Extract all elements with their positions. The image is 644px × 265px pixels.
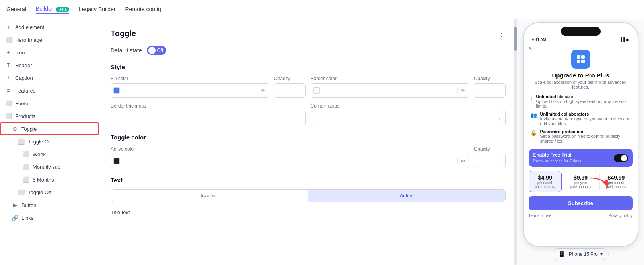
fill-color-box <box>113 87 120 94</box>
default-state-label: Default state <box>111 47 142 54</box>
chevron-down-icon: ▾ <box>600 251 603 257</box>
products-icon: ⬜ <box>5 112 12 120</box>
active-eyedropper-icon[interactable]: ✏ <box>457 158 469 164</box>
border-thickness-input[interactable]: 0 <box>111 111 306 125</box>
upgrade-title: Upgrade to Pro Plus <box>524 72 638 79</box>
plus-icon: + <box>5 23 12 31</box>
sidebar-item-button[interactable]: ▶ Button <box>0 199 99 211</box>
price-amount-1: $4.99 <box>531 174 559 181</box>
price-card-1[interactable]: $4.99 per monthpaid monthly <box>529 171 562 192</box>
active-color-text[interactable]: #212121 <box>122 158 457 164</box>
price-desc-2: per yearpaid annually <box>567 181 594 189</box>
border-opacity-input[interactable]: 100 <box>474 83 506 98</box>
users-icon: 👥 <box>530 112 537 118</box>
sidebar: + Add element ⬜ Hero Image ✦ Icon T Head… <box>0 19 99 265</box>
fill-color-label: Fill color <box>111 76 269 81</box>
price-desc-3: per monthpaid monthly <box>602 181 630 189</box>
sidebar-item-caption[interactable]: T Caption <box>0 72 99 84</box>
border-eyedropper-icon[interactable]: ✏ <box>457 87 469 94</box>
active-color-label: Active color <box>111 146 469 152</box>
price-amount-3: $49.99 <box>602 174 630 181</box>
sidebar-item-monthly-sub[interactable]: ⬜ Monthly sub <box>0 161 99 173</box>
phone-time: 9:41 AM <box>532 37 547 42</box>
border-color-group: Border color #ffffff ✏ <box>311 76 469 98</box>
device-label: iPhone 15 Pro <box>568 251 598 257</box>
fill-opacity-group: Opacity 100 <box>274 76 306 98</box>
svg-rect-1 <box>581 55 585 59</box>
svg-rect-3 <box>581 60 585 63</box>
sidebar-item-links[interactable]: 🔗 Links <box>0 211 99 224</box>
beta-badge: Beta <box>56 7 69 12</box>
text-section: Text Inactive Active Title text <box>111 177 506 215</box>
close-icon[interactable]: × <box>529 45 532 52</box>
svg-rect-2 <box>577 60 580 63</box>
free-trial-toggle-row[interactable]: Enable Free Trial Premium access for 7 d… <box>529 149 633 167</box>
price-card-2[interactable]: $9.99 per yearpaid annually <box>564 171 597 192</box>
text-tabs: Inactive Active <box>111 189 506 202</box>
tab-inactive[interactable]: Inactive <box>111 190 308 202</box>
price-amount-2: $9.99 <box>567 174 594 181</box>
default-state-toggle[interactable]: Off <box>147 46 167 55</box>
phone-status-bar: 9:41 AM ▐▐ ◉ <box>524 36 638 42</box>
toggle-icon: ⊙ <box>11 125 18 132</box>
price-card-3[interactable]: $49.99 per monthpaid monthly <box>599 171 632 192</box>
sidebar-item-icon[interactable]: ✦ Icon <box>0 46 99 59</box>
active-color-input[interactable]: #212121 ✏ <box>111 154 469 168</box>
week-icon: ⬜ <box>22 151 29 158</box>
sidebar-item-toggle[interactable]: ⊙ Toggle <box>0 122 99 135</box>
button-icon: ▶ <box>11 201 18 209</box>
fill-opacity-input[interactable]: 100 <box>274 83 306 98</box>
links-icon: 🔗 <box>11 214 18 221</box>
phone-icon: 📱 <box>558 251 565 257</box>
phone-notch <box>561 27 601 36</box>
nav-general[interactable]: General <box>6 6 26 13</box>
style-section: Style Fill color #4777ff ✏ Opacity 100 <box>111 64 506 125</box>
tab-active[interactable]: Active <box>308 190 506 202</box>
fill-color-input[interactable]: #4777ff ✏ <box>111 83 269 98</box>
fill-color-group: Fill color #4777ff ✏ <box>111 76 269 98</box>
active-opacity-input[interactable]: 100 <box>474 154 506 168</box>
app-icon <box>571 50 590 69</box>
sidebar-item-features[interactable]: ≡ Features <box>0 84 99 97</box>
fill-color-text[interactable]: #4777ff <box>122 88 258 94</box>
sidebar-item-hero-image[interactable]: ⬜ Hero Image <box>0 33 99 46</box>
fill-eyedropper-icon[interactable]: ✏ <box>258 87 269 94</box>
star-icon: ✦ <box>5 49 12 56</box>
nav-builder[interactable]: Builder Beta <box>36 6 69 14</box>
border-thickness-group: Border thickness 0 <box>111 103 306 125</box>
default-state-row: Default state Off <box>111 46 506 55</box>
download-icon: ↓ <box>530 95 533 101</box>
panel-menu-button[interactable]: ⋮ <box>498 29 506 38</box>
border-color-swatch <box>311 84 322 97</box>
border-color-input[interactable]: #ffffff ✏ <box>311 83 469 98</box>
toggle-color-label: Toggle color <box>111 134 506 141</box>
border-color-label: Border color <box>311 76 469 81</box>
toggle-switch-circle <box>621 155 627 161</box>
preview-panel: 9:41 AM ▐▐ ◉ × Upgrade to Pro <box>517 19 644 265</box>
corner-radius-input[interactable]: 16 <box>311 111 506 125</box>
top-nav: General Builder Beta Legacy Builder Remo… <box>0 0 644 19</box>
caption-icon: T <box>5 74 12 81</box>
sidebar-item-header[interactable]: T Header <box>0 59 99 72</box>
lock-icon: 🔒 <box>530 130 537 136</box>
sidebar-item-footer[interactable]: ⬜ Footer <box>0 97 99 110</box>
terms-link[interactable]: Terms of use <box>529 213 551 218</box>
opacity-label-1: Opacity <box>274 76 306 81</box>
sidebar-item-week[interactable]: ⬜ Week <box>0 148 99 161</box>
modal-header: × <box>524 42 638 43</box>
privacy-link[interactable]: Privacy policy <box>608 213 632 218</box>
sidebar-item-toggle-off[interactable]: ⬜ Toggle Off <box>0 186 99 199</box>
device-selector[interactable]: 📱 iPhone 15 Pro ▾ <box>553 248 609 260</box>
nav-remote[interactable]: Remote config <box>125 6 161 13</box>
nav-legacy[interactable]: Legacy Builder <box>79 6 116 13</box>
preview-toggle-switch[interactable] <box>614 154 628 162</box>
active-opacity-group: Opacity 100 <box>474 146 506 168</box>
sidebar-item-add-element[interactable]: + Add element <box>0 21 99 33</box>
sidebar-item-6months[interactable]: ⬜ 6 Months <box>0 173 99 186</box>
active-color-swatch <box>111 154 122 168</box>
feature-item-1: ↓ Unlimited file size Upload files on hi… <box>530 94 631 108</box>
subscribe-button[interactable]: Subscribe <box>529 196 633 210</box>
sidebar-item-toggle-on[interactable]: ⬜ Toggle On <box>0 135 99 148</box>
sidebar-item-products[interactable]: ⬜ Products <box>0 110 99 122</box>
border-color-text[interactable]: #ffffff <box>322 88 458 94</box>
